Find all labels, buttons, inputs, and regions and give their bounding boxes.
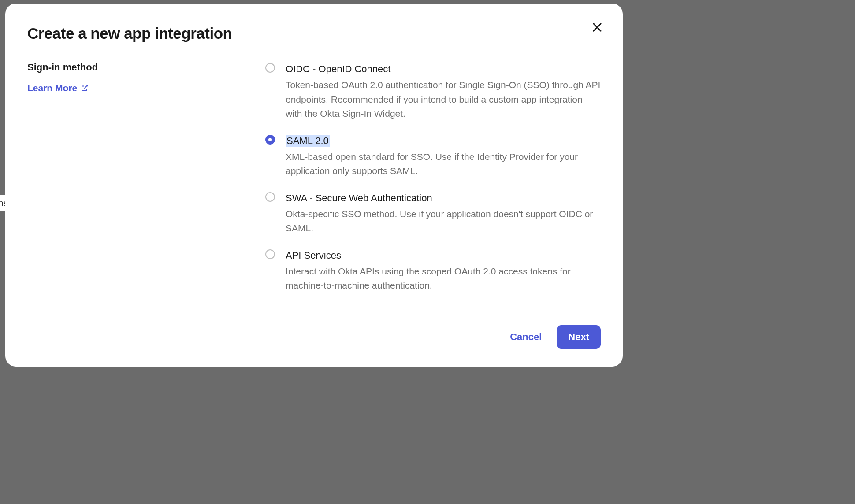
learn-more-text: Learn More (27, 83, 77, 93)
radio-saml[interactable] (265, 135, 275, 145)
modal-footer: Cancel Next (27, 325, 601, 349)
option-description: XML-based open standard for SSO. Use if … (286, 150, 601, 178)
external-link-icon (81, 84, 89, 92)
option-title: OIDC - OpenID Connect (286, 63, 390, 74)
option-swa[interactable]: SWA - Secure Web Authentication Okta-spe… (265, 191, 601, 236)
option-title: SAML 2.0 (286, 135, 330, 147)
next-button[interactable]: Next (557, 325, 601, 349)
option-title: API Services (286, 250, 341, 261)
learn-more-link[interactable]: Learn More (27, 83, 89, 93)
radio-api-services[interactable] (265, 249, 275, 259)
close-icon (591, 21, 603, 33)
create-app-integration-modal: Create a new app integration Sign-in met… (5, 4, 623, 367)
signin-method-label: Sign-in method (27, 62, 265, 73)
radio-swa[interactable] (265, 192, 275, 202)
option-oidc[interactable]: OIDC - OpenID Connect Token-based OAuth … (265, 62, 601, 121)
option-description: Interact with Okta APIs using the scoped… (286, 264, 601, 293)
radio-oidc[interactable] (265, 63, 275, 73)
option-api-services[interactable]: API Services Interact with Okta APIs usi… (265, 248, 601, 293)
close-button[interactable] (591, 21, 603, 33)
option-title: SWA - Secure Web Authentication (286, 193, 432, 204)
signin-method-options: OIDC - OpenID Connect Token-based OAuth … (265, 62, 601, 325)
option-description: Token-based OAuth 2.0 authentication for… (286, 78, 601, 121)
option-saml[interactable]: SAML 2.0 XML-based open standard for SSO… (265, 133, 601, 178)
modal-title: Create a new app integration (27, 25, 601, 42)
option-description: Okta-specific SSO method. Use if your ap… (286, 207, 601, 236)
cancel-button[interactable]: Cancel (508, 328, 543, 346)
